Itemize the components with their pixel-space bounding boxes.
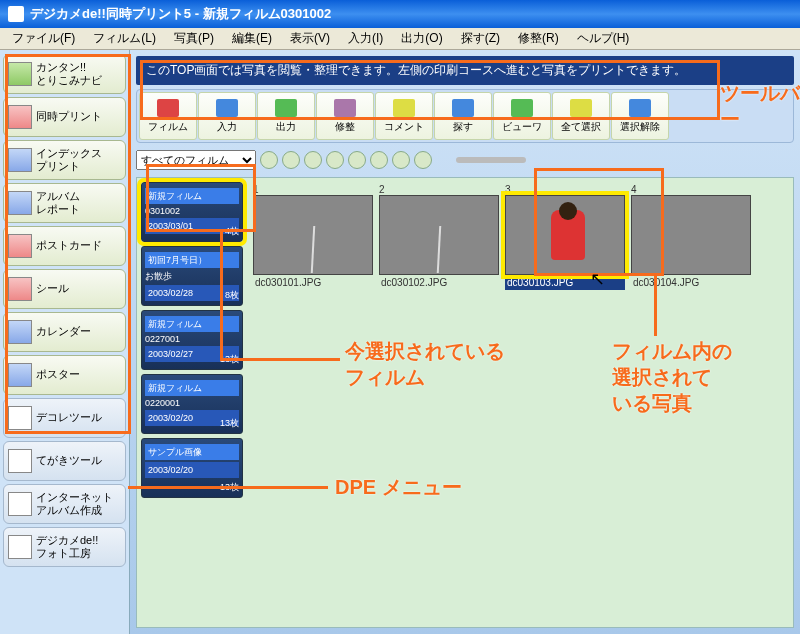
film-item[interactable]: 新規フィルム03010022003/03/014枚 — [141, 182, 243, 242]
toolbar: フィルム入力出力修整コメント探すビューワ全て選択選択解除 — [136, 89, 794, 143]
sidebar-icon — [8, 492, 32, 516]
sidebar-label: ポスター — [36, 368, 80, 381]
sidebar-icon — [8, 148, 32, 172]
sidebar-label: デジカメde!! フォト工房 — [36, 534, 98, 560]
sidebar-icon — [8, 277, 32, 301]
thumb-filename: dc030101.JPG — [253, 275, 373, 290]
view-button[interactable] — [414, 151, 432, 169]
film-date: 2003/02/20 — [145, 462, 239, 478]
film-item[interactable]: 新規フィルム02200012003/02/2013枚 — [141, 374, 243, 434]
film-item[interactable]: 初回7月号日）お散歩2003/02/288枚 — [141, 246, 243, 306]
toolbar-icon — [393, 99, 415, 117]
toolbar-button[interactable]: コメント — [375, 92, 433, 140]
view-button[interactable] — [348, 151, 366, 169]
thumbnail[interactable]: 3dc030103.JPG — [505, 184, 625, 290]
info-bar: このTOP画面では写真を閲覧・整理できます。左側の印刷コースへ進むと写真をプリン… — [136, 56, 794, 85]
toolbar-label: フィルム — [148, 120, 188, 134]
sidebar-icon — [8, 191, 32, 215]
menu-item[interactable]: ファイル(F) — [4, 28, 83, 49]
menu-item[interactable]: 入力(I) — [340, 28, 391, 49]
toolbar-label: 入力 — [217, 120, 237, 134]
sidebar-button[interactable]: インターネット アルバム作成 — [3, 484, 126, 524]
sidebar-button[interactable]: インデックス プリント — [3, 140, 126, 180]
sidebar-icon — [8, 449, 32, 473]
toolbar-button[interactable]: ビューワ — [493, 92, 551, 140]
sidebar-label: ポストカード — [36, 239, 102, 252]
sidebar-button[interactable]: ポスター — [3, 355, 126, 395]
toolbar-button[interactable]: 出力 — [257, 92, 315, 140]
toolbar-label: 出力 — [276, 120, 296, 134]
sidebar-button[interactable]: シール — [3, 269, 126, 309]
view-button[interactable] — [260, 151, 278, 169]
toolbar-icon — [334, 99, 356, 117]
thumb-number: 2 — [379, 184, 499, 195]
sidebar-label: デコレツール — [36, 411, 102, 424]
view-button[interactable] — [392, 151, 410, 169]
sidebar: カンタン!! とりこみナビ同時プリントインデックス プリントアルバム レポートポ… — [0, 50, 130, 634]
workspace: 新規フィルム03010022003/03/014枚初回7月号日）お散歩2003/… — [136, 177, 794, 628]
toolbar-button[interactable]: フィルム — [139, 92, 197, 140]
sidebar-button[interactable]: デコレツール — [3, 398, 126, 438]
toolbar-button[interactable]: 探す — [434, 92, 492, 140]
thumb-filename: dc030103.JPG — [505, 275, 625, 290]
menu-item[interactable]: 写真(P) — [166, 28, 222, 49]
sidebar-button[interactable]: アルバム レポート — [3, 183, 126, 223]
thumbnail-area: 1dc030101.JPG2dc030102.JPG3dc030103.JPG4… — [247, 178, 793, 627]
toolbar-icon — [629, 99, 651, 117]
thumb-number: 3 — [505, 184, 625, 195]
toolbar-icon — [511, 99, 533, 117]
toolbar-icon — [570, 99, 592, 117]
toolbar-button[interactable]: 入力 — [198, 92, 256, 140]
sidebar-label: カンタン!! とりこみナビ — [36, 61, 102, 87]
film-count: 4枚 — [225, 225, 239, 238]
toolbar-icon — [275, 99, 297, 117]
toolbar-icon — [157, 99, 179, 117]
film-item[interactable]: サンプル画像2003/02/2013枚 — [141, 438, 243, 498]
menu-item[interactable]: フィルム(L) — [85, 28, 164, 49]
film-item[interactable]: 新規フィルム02270012003/02/2713枚 — [141, 310, 243, 370]
menu-item[interactable]: ヘルプ(H) — [569, 28, 638, 49]
sidebar-label: アルバム レポート — [36, 190, 80, 216]
sidebar-icon — [8, 535, 32, 559]
film-name: 新規フィルム — [145, 380, 239, 396]
film-count: 13枚 — [220, 353, 239, 366]
thumb-filename: dc030102.JPG — [379, 275, 499, 290]
menu-item[interactable]: 探す(Z) — [453, 28, 508, 49]
window-title: デジカメde!!同時プリント5 - 新規フィルム0301002 — [30, 5, 331, 23]
menu-item[interactable]: 修整(R) — [510, 28, 567, 49]
toolbar-icon — [452, 99, 474, 117]
toolbar-label: 修整 — [335, 120, 355, 134]
menubar: ファイル(F)フィルム(L)写真(P)編集(E)表示(V)入力(I)出力(O)探… — [0, 28, 800, 50]
film-name: 新規フィルム — [145, 188, 239, 204]
menu-item[interactable]: 出力(O) — [393, 28, 450, 49]
sub-toolbar: すべてのフィルム — [136, 147, 794, 173]
view-button[interactable] — [282, 151, 300, 169]
thumb-number: 1 — [253, 184, 373, 195]
view-button[interactable] — [370, 151, 388, 169]
film-name: 初回7月号日） — [145, 252, 239, 268]
menu-item[interactable]: 表示(V) — [282, 28, 338, 49]
film-list: 新規フィルム03010022003/03/014枚初回7月号日）お散歩2003/… — [137, 178, 247, 627]
sidebar-label: シール — [36, 282, 69, 295]
menu-item[interactable]: 編集(E) — [224, 28, 280, 49]
thumb-image — [253, 195, 373, 275]
sidebar-button[interactable]: カレンダー — [3, 312, 126, 352]
toolbar-button[interactable]: 全て選択 — [552, 92, 610, 140]
thumbnail[interactable]: 1dc030101.JPG — [253, 184, 373, 290]
film-count: 13枚 — [220, 481, 239, 494]
sidebar-label: カレンダー — [36, 325, 91, 338]
toolbar-button[interactable]: 修整 — [316, 92, 374, 140]
sidebar-button[interactable]: てがきツール — [3, 441, 126, 481]
sidebar-button[interactable]: ポストカード — [3, 226, 126, 266]
film-filter-select[interactable]: すべてのフィルム — [136, 150, 256, 170]
titlebar: デジカメde!!同時プリント5 - 新規フィルム0301002 — [0, 0, 800, 28]
sidebar-button[interactable]: デジカメde!! フォト工房 — [3, 527, 126, 567]
thumbnail[interactable]: 4dc030104.JPG — [631, 184, 751, 290]
zoom-slider[interactable] — [456, 157, 526, 163]
toolbar-button[interactable]: 選択解除 — [611, 92, 669, 140]
sidebar-button[interactable]: 同時プリント — [3, 97, 126, 137]
thumbnail[interactable]: 2dc030102.JPG — [379, 184, 499, 290]
sidebar-button[interactable]: カンタン!! とりこみナビ — [3, 54, 126, 94]
view-button[interactable] — [326, 151, 344, 169]
view-button[interactable] — [304, 151, 322, 169]
